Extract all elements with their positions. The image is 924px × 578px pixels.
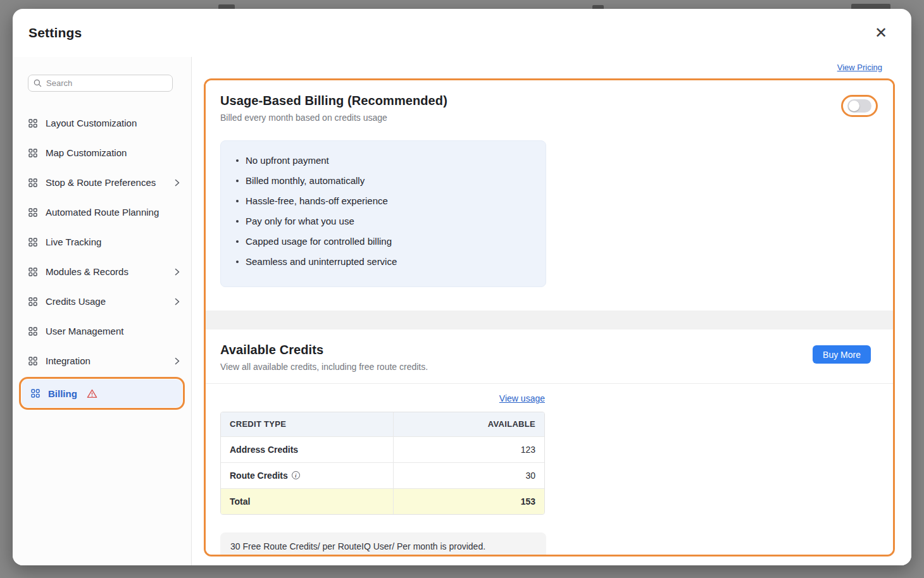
benefits-box: No upfront payment Billed monthly, autom… (220, 140, 546, 287)
toggle-knob (849, 101, 859, 111)
sidebar-item-live-tracking[interactable]: Live Tracking (13, 227, 191, 257)
modal-header: Settings ✕ (13, 9, 911, 57)
benefit-item: Hassle-free, hands-off experience (236, 195, 534, 206)
credit-type-cell: Route Credits (230, 470, 288, 481)
bullet-icon (236, 261, 239, 263)
close-icon[interactable]: ✕ (872, 23, 890, 43)
chevron-right-icon (175, 179, 180, 187)
bullet-icon (236, 159, 239, 162)
grid-icon (28, 297, 37, 306)
usage-billing-subtitle: Billed every month based on credits usag… (220, 113, 447, 123)
bullet-icon (236, 180, 239, 182)
sidebar-item-credits-usage[interactable]: Credits Usage (13, 286, 191, 316)
grid-icon (28, 238, 37, 247)
sidebar-item-label: Live Tracking (46, 237, 180, 247)
view-pricing-link[interactable]: View Pricing (837, 63, 882, 72)
grid-icon (28, 208, 37, 217)
usage-billing-card: Usage-Based Billing (Recommended) Billed… (206, 80, 893, 311)
benefit-item: No upfront payment (236, 155, 534, 166)
sidebar: Layout Customization Map Customization S… (13, 57, 192, 565)
credits-table: CREDIT TYPE AVAILABLE Address Credits 12… (220, 412, 545, 515)
view-usage-link[interactable]: View usage (499, 393, 545, 403)
chevron-right-icon (175, 298, 180, 305)
search-box[interactable] (28, 75, 173, 92)
bullet-icon (236, 200, 239, 202)
sidebar-item-user-management[interactable]: User Management (13, 316, 191, 346)
credit-available-cell: 123 (393, 436, 544, 462)
benefit-item: Pay only for what you use (236, 216, 534, 226)
table-header-row: CREDIT TYPE AVAILABLE (221, 412, 544, 436)
sidebar-item-layout-customization[interactable]: Layout Customization (13, 108, 191, 138)
available-credits-subtitle: View all available credits, including fr… (220, 362, 428, 372)
free-credits-note: 30 Free Route Credits/ per RouteIQ User/… (220, 532, 546, 555)
bullet-icon (236, 220, 239, 223)
modal-body: Layout Customization Map Customization S… (13, 57, 911, 565)
main-content: View Pricing Usage-Based Billing (Recomm… (192, 57, 911, 565)
grid-icon (28, 267, 37, 276)
note-line-2: Resets on the 14th of every month. (230, 553, 536, 555)
available-credits-card: Available Credits View all available cre… (206, 329, 893, 555)
sidebar-item-label: Integration (46, 355, 166, 366)
grid-icon (31, 389, 40, 398)
toggle-highlight-ring (841, 95, 878, 117)
search-input[interactable] (46, 78, 167, 88)
search-icon (34, 79, 42, 87)
total-value-cell: 153 (393, 488, 544, 514)
buy-more-button[interactable]: Buy More (813, 345, 871, 364)
col-header-available: AVAILABLE (393, 412, 544, 436)
col-header-credit-type: CREDIT TYPE (221, 412, 393, 436)
grid-icon (28, 327, 37, 336)
sidebar-item-label: Billing (48, 388, 77, 399)
usage-billing-toggle[interactable] (847, 99, 871, 113)
benefit-item: Billed monthly, automatically (236, 175, 534, 186)
sidebar-item-integration[interactable]: Integration (13, 346, 191, 376)
sidebar-item-modules-records[interactable]: Modules & Records (13, 257, 191, 286)
sidebar-item-label: Map Customization (46, 147, 180, 158)
available-credits-title: Available Credits (220, 343, 428, 357)
sidebar-item-label: Automated Route Planning (46, 207, 180, 218)
credit-available-cell: 30 (393, 462, 544, 488)
info-icon[interactable]: i (292, 471, 300, 479)
sidebar-item-label: Layout Customization (46, 118, 180, 128)
sidebar-item-stop-route-preferences[interactable]: Stop & Route Preferences (13, 168, 191, 197)
grid-icon (28, 149, 37, 157)
note-line-1: 30 Free Route Credits/ per RouteIQ User/… (230, 541, 536, 553)
table-row-route-credits: Route Credits i 30 (221, 462, 544, 488)
grid-icon (28, 178, 37, 187)
sidebar-item-label: Stop & Route Preferences (46, 177, 166, 188)
sidebar-item-label: User Management (46, 326, 180, 336)
benefit-item: Capped usage for controlled billing (236, 236, 534, 247)
page-title: Settings (28, 25, 82, 40)
table-total-row: Total 153 (221, 488, 544, 514)
chevron-right-icon (175, 357, 180, 365)
sidebar-item-label: Modules & Records (46, 266, 166, 277)
section-divider (206, 311, 893, 329)
sidebar-nav: Layout Customization Map Customization S… (13, 108, 191, 410)
chevron-right-icon (175, 268, 180, 276)
billing-highlight-ring: Billing (19, 377, 185, 410)
sidebar-item-billing[interactable]: Billing (22, 379, 182, 407)
sidebar-item-automated-route-planning[interactable]: Automated Route Planning (13, 197, 191, 227)
warning-triangle-icon (87, 389, 97, 398)
usage-billing-title: Usage-Based Billing (Recommended) (220, 94, 447, 108)
credit-type-cell: Address Credits (221, 436, 393, 462)
billing-highlight-frame: Usage-Based Billing (Recommended) Billed… (204, 78, 895, 556)
sidebar-item-label: Credits Usage (46, 296, 166, 307)
benefit-item: Seamless and uninterrupted service (236, 256, 534, 267)
table-row-address-credits: Address Credits 123 (221, 436, 544, 462)
settings-modal: Settings ✕ Layout Customization Map Cust… (13, 9, 911, 565)
bullet-icon (236, 240, 239, 243)
total-label-cell: Total (221, 488, 393, 514)
grid-icon (28, 357, 37, 366)
sidebar-item-map-customization[interactable]: Map Customization (13, 138, 191, 168)
grid-icon (28, 119, 37, 128)
